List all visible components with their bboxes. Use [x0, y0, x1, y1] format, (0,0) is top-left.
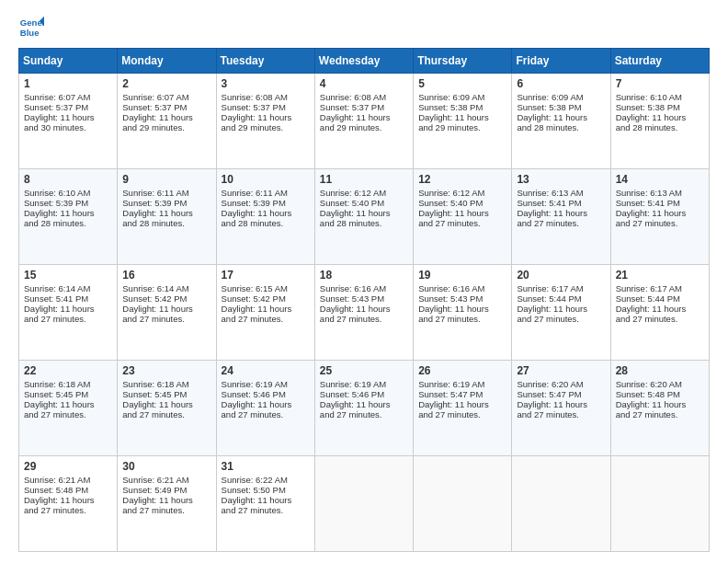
- calendar-cell: 6Sunrise: 6:09 AMSunset: 5:38 PMDaylight…: [512, 74, 610, 169]
- day-info-line: and 27 minutes.: [418, 409, 506, 419]
- day-number: 12: [418, 173, 506, 186]
- day-number: 29: [24, 460, 112, 473]
- day-info-line: Sunset: 5:38 PM: [616, 102, 704, 112]
- calendar-cell: 2Sunrise: 6:07 AMSunset: 5:37 PMDaylight…: [118, 74, 216, 169]
- calendar-cell: 7Sunrise: 6:10 AMSunset: 5:38 PMDaylight…: [610, 74, 709, 169]
- day-number: 8: [24, 173, 112, 186]
- day-info-line: Sunrise: 6:09 AM: [517, 92, 605, 102]
- day-info-line: Daylight: 11 hours: [418, 112, 506, 122]
- day-info-line: Sunset: 5:39 PM: [222, 198, 310, 208]
- day-info-line: Daylight: 11 hours: [222, 304, 310, 314]
- day-number: 10: [222, 173, 310, 186]
- calendar-cell: 28Sunrise: 6:20 AMSunset: 5:48 PMDayligh…: [610, 361, 709, 456]
- day-info-line: and 28 minutes.: [320, 218, 408, 228]
- day-number: 2: [122, 77, 210, 90]
- day-info-line: Daylight: 11 hours: [320, 208, 408, 218]
- day-info-line: and 27 minutes.: [222, 409, 310, 419]
- day-info-line: Daylight: 11 hours: [122, 495, 210, 505]
- day-number: 9: [122, 173, 210, 186]
- calendar-cell: 25Sunrise: 6:19 AMSunset: 5:46 PMDayligh…: [314, 361, 413, 456]
- day-number: 1: [24, 77, 112, 90]
- day-number: 19: [418, 269, 506, 282]
- day-info-line: and 28 minutes.: [222, 218, 310, 228]
- day-info-line: Daylight: 11 hours: [122, 112, 210, 122]
- day-info-line: Sunrise: 6:10 AM: [616, 92, 704, 102]
- calendar-cell: 5Sunrise: 6:09 AMSunset: 5:38 PMDaylight…: [414, 74, 512, 169]
- day-info-line: Sunset: 5:42 PM: [222, 293, 310, 304]
- calendar-week-2: 8Sunrise: 6:10 AMSunset: 5:39 PMDaylight…: [19, 169, 710, 265]
- calendar-cell: 29Sunrise: 6:21 AMSunset: 5:48 PMDayligh…: [19, 456, 118, 552]
- day-info-line: Daylight: 11 hours: [122, 304, 210, 314]
- day-info-line: Sunset: 5:44 PM: [517, 293, 605, 304]
- day-info-line: and 28 minutes.: [122, 218, 210, 228]
- calendar-cell: 24Sunrise: 6:19 AMSunset: 5:46 PMDayligh…: [216, 361, 314, 456]
- calendar-cell: 11Sunrise: 6:12 AMSunset: 5:40 PMDayligh…: [314, 169, 413, 265]
- day-info-line: Sunrise: 6:20 AM: [616, 379, 704, 389]
- calendar-cell: 1Sunrise: 6:07 AMSunset: 5:37 PMDaylight…: [19, 74, 118, 169]
- day-header-sunday: Sunday: [19, 49, 118, 74]
- day-info-line: Daylight: 11 hours: [616, 112, 704, 122]
- day-info-line: Sunrise: 6:07 AM: [122, 92, 210, 102]
- day-info-line: and 27 minutes.: [122, 409, 210, 419]
- day-info-line: Sunset: 5:49 PM: [122, 485, 210, 495]
- calendar-cell: 9Sunrise: 6:11 AMSunset: 5:39 PMDaylight…: [118, 169, 216, 265]
- day-info-line: Sunrise: 6:08 AM: [222, 92, 310, 102]
- day-info-line: Sunrise: 6:13 AM: [616, 188, 704, 198]
- calendar-cell: 31Sunrise: 6:22 AMSunset: 5:50 PMDayligh…: [216, 456, 314, 552]
- day-info-line: Daylight: 11 hours: [122, 208, 210, 218]
- day-info-line: Sunset: 5:39 PM: [122, 198, 210, 208]
- day-info-line: and 29 minutes.: [418, 122, 506, 132]
- day-info-line: and 27 minutes.: [320, 409, 408, 419]
- day-info-line: Sunrise: 6:09 AM: [418, 92, 506, 102]
- calendar-cell: 16Sunrise: 6:14 AMSunset: 5:42 PMDayligh…: [118, 265, 216, 361]
- day-info-line: Daylight: 11 hours: [418, 399, 506, 409]
- day-header-monday: Monday: [118, 49, 216, 74]
- day-info-line: Sunrise: 6:21 AM: [24, 475, 112, 485]
- day-info-line: Sunrise: 6:11 AM: [122, 188, 210, 198]
- logo-icon: General Blue: [18, 15, 44, 40]
- calendar-header-row: SundayMondayTuesdayWednesdayThursdayFrid…: [19, 49, 710, 74]
- calendar-week-4: 22Sunrise: 6:18 AMSunset: 5:45 PMDayligh…: [19, 361, 710, 456]
- day-info-line: Daylight: 11 hours: [222, 112, 310, 122]
- day-info-line: and 29 minutes.: [320, 122, 408, 132]
- day-info-line: Daylight: 11 hours: [320, 399, 408, 409]
- calendar-week-3: 15Sunrise: 6:14 AMSunset: 5:41 PMDayligh…: [19, 265, 710, 361]
- calendar-cell: 15Sunrise: 6:14 AMSunset: 5:41 PMDayligh…: [19, 265, 118, 361]
- day-info-line: and 27 minutes.: [517, 218, 605, 228]
- day-info-line: Sunrise: 6:13 AM: [517, 188, 605, 198]
- day-info-line: Sunrise: 6:22 AM: [222, 475, 310, 485]
- day-info-line: Daylight: 11 hours: [122, 399, 210, 409]
- day-number: 7: [616, 77, 704, 90]
- calendar-cell: 23Sunrise: 6:18 AMSunset: 5:45 PMDayligh…: [118, 361, 216, 456]
- day-info-line: Sunset: 5:40 PM: [418, 198, 506, 208]
- day-info-line: Sunrise: 6:15 AM: [222, 283, 310, 293]
- day-number: 30: [122, 460, 210, 473]
- day-number: 20: [517, 269, 605, 282]
- day-info-line: and 27 minutes.: [616, 314, 704, 324]
- day-info-line: Sunset: 5:37 PM: [320, 102, 408, 112]
- day-info-line: Sunset: 5:43 PM: [320, 293, 408, 304]
- day-info-line: Sunset: 5:37 PM: [122, 102, 210, 112]
- calendar-table: SundayMondayTuesdayWednesdayThursdayFrid…: [18, 48, 710, 552]
- day-number: 31: [222, 460, 310, 473]
- day-info-line: Sunrise: 6:12 AM: [320, 188, 408, 198]
- calendar-cell: 19Sunrise: 6:16 AMSunset: 5:43 PMDayligh…: [414, 265, 512, 361]
- day-info-line: Sunrise: 6:07 AM: [24, 92, 112, 102]
- calendar-cell: 30Sunrise: 6:21 AMSunset: 5:49 PMDayligh…: [118, 456, 216, 552]
- calendar-cell: [610, 456, 709, 552]
- day-number: 17: [222, 269, 310, 282]
- day-info-line: and 27 minutes.: [122, 314, 210, 324]
- day-info-line: Sunset: 5:46 PM: [222, 389, 310, 399]
- calendar-week-1: 1Sunrise: 6:07 AMSunset: 5:37 PMDaylight…: [19, 74, 710, 169]
- day-number: 28: [616, 364, 704, 377]
- header: General Blue: [18, 15, 710, 40]
- day-info-line: Sunset: 5:38 PM: [517, 102, 605, 112]
- day-info-line: and 27 minutes.: [418, 314, 506, 324]
- day-number: 24: [222, 364, 310, 377]
- day-info-line: Sunrise: 6:14 AM: [122, 283, 210, 293]
- day-info-line: Sunrise: 6:19 AM: [222, 379, 310, 389]
- day-number: 14: [616, 173, 704, 186]
- day-info-line: Sunset: 5:41 PM: [517, 198, 605, 208]
- day-info-line: and 28 minutes.: [517, 122, 605, 132]
- day-info-line: Daylight: 11 hours: [517, 399, 605, 409]
